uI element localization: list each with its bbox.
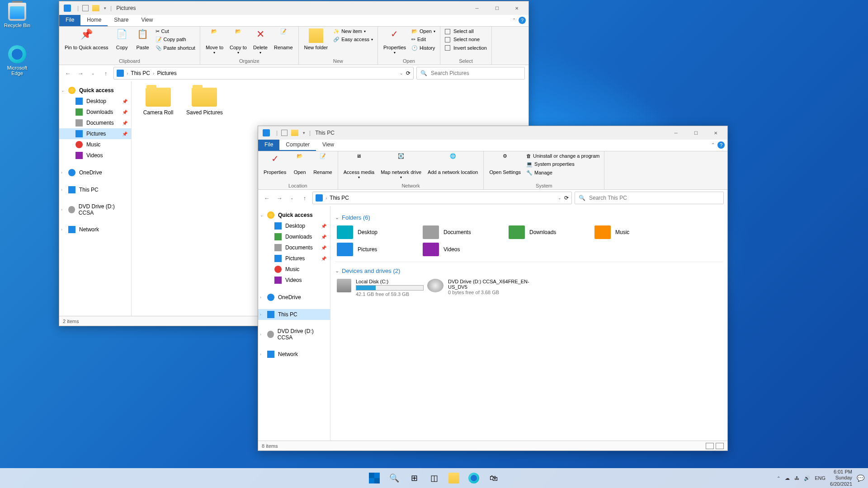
folder-videos[interactable]: Videos <box>421 241 507 258</box>
sidebar-item-onedrive[interactable]: ›OneDrive <box>59 167 131 178</box>
sidebar-item-this-pc[interactable]: ›This PC <box>258 309 330 320</box>
breadcrumb-root[interactable]: This PC <box>330 195 349 201</box>
copy-button[interactable]: 📄 Copy <box>112 28 132 52</box>
address-bar[interactable]: › This PC › Pictures ⌄ ⟳ <box>113 67 414 80</box>
edge-button[interactable] <box>465 469 482 487</box>
volume-tray-icon[interactable]: 🔊 <box>804 475 810 481</box>
rename-button[interactable]: 📝Rename <box>311 152 335 176</box>
folder-downloads[interactable]: Downloads <box>507 224 593 241</box>
properties-button[interactable]: ✓Properties <box>261 152 289 176</box>
search-input[interactable] <box>431 70 521 76</box>
store-button[interactable]: 🛍 <box>485 469 502 487</box>
move-to-button[interactable]: 📂Move to▾ <box>203 28 226 56</box>
sidebar-item-desktop[interactable]: Desktop📌 <box>258 221 330 231</box>
recent-dropdown[interactable]: ⌄ <box>88 68 98 78</box>
titlebar[interactable]: | ▼ | This PC ─ ☐ ✕ <box>258 126 727 140</box>
back-button[interactable]: ← <box>63 68 73 78</box>
sidebar-item-music[interactable]: Music <box>59 139 131 150</box>
file-explorer-button[interactable] <box>445 469 462 487</box>
sidebar-item-desktop[interactable]: Desktop📌 <box>59 96 131 107</box>
sidebar-item-videos[interactable]: Videos <box>59 150 131 161</box>
notifications-button[interactable]: 💬 <box>857 474 864 482</box>
access-media-button[interactable]: 🖥Access media▾ <box>341 152 377 181</box>
copy-to-button[interactable]: 📂Copy to▾ <box>227 28 250 56</box>
drive-local-c[interactable]: Local Disk (C:) 42.1 GB free of 59.3 GB <box>335 277 425 299</box>
uninstall-button[interactable]: 🗑Uninstall or change a program <box>524 152 601 160</box>
system-properties-button[interactable]: 💻System properties <box>524 160 601 168</box>
desktop-icon-recycle-bin[interactable]: Recycle Bin <box>3 3 32 28</box>
network-tray-icon[interactable]: 🖧 <box>794 475 799 481</box>
address-dropdown-icon[interactable]: ⌄ <box>558 196 561 200</box>
sidebar-item-dvd[interactable]: ›DVD Drive (D:) CCSA <box>59 202 131 218</box>
invert-selection-button[interactable]: Invert selection <box>443 44 489 52</box>
section-folders[interactable]: Folders (6) <box>335 214 723 221</box>
tab-file[interactable]: File <box>59 15 80 26</box>
n=sidebar-quick-access[interactable]: ⌄Quick access <box>59 85 131 96</box>
sidebar-item-documents[interactable]: Documents📌 <box>59 117 131 128</box>
ribbon-collapse-icon[interactable]: ⌃ <box>711 142 715 147</box>
rename-button[interactable]: 📝Rename <box>271 28 296 52</box>
section-drives[interactable]: Devices and drives (2) <box>335 267 723 274</box>
language-indicator[interactable]: ENG <box>815 475 826 481</box>
close-button[interactable]: ✕ <box>706 126 726 140</box>
paste-shortcut-button[interactable]: 📎Paste shortcut <box>154 44 197 52</box>
qat-save-icon[interactable] <box>281 130 288 136</box>
minimize-button[interactable]: ─ <box>666 126 686 140</box>
sidebar-item-dvd[interactable]: ›DVD Drive (D:) CCSA <box>258 326 330 343</box>
easy-access-button[interactable]: 🔗Easy access ▾ <box>331 36 375 43</box>
content-pane[interactable]: Folders (6) Desktop Documents Downloads … <box>330 206 727 441</box>
sidebar-item-pictures[interactable]: Pictures📌 <box>59 128 131 139</box>
forward-button[interactable]: → <box>274 193 284 203</box>
widgets-button[interactable]: ◫ <box>425 469 443 487</box>
task-view-button[interactable]: ⊞ <box>406 469 423 487</box>
qat-folder-icon[interactable] <box>92 5 99 11</box>
minimize-button[interactable]: ─ <box>467 1 487 15</box>
address-dropdown-icon[interactable]: ⌄ <box>400 71 403 75</box>
tab-file[interactable]: File <box>258 140 279 151</box>
close-button[interactable]: ✕ <box>507 1 527 15</box>
view-icons-button[interactable] <box>716 443 724 449</box>
tab-view[interactable]: View <box>135 15 159 26</box>
sidebar-item-downloads[interactable]: Downloads📌 <box>258 231 330 242</box>
onedrive-tray-icon[interactable]: ☁ <box>785 475 790 481</box>
folder-saved-pictures[interactable]: Saved Pictures <box>184 88 225 116</box>
manage-button[interactable]: 🔧Manage <box>524 169 601 177</box>
qat-folder-icon[interactable] <box>291 130 298 136</box>
sidebar-item-network[interactable]: ›Network <box>258 349 330 360</box>
folder-documents[interactable]: Documents <box>421 224 507 241</box>
sidebar-item-music[interactable]: Music <box>258 264 330 275</box>
open-button[interactable]: 📂Open <box>290 152 310 176</box>
copy-path-button[interactable]: 📝Copy path <box>154 36 197 43</box>
folder-camera-roll[interactable]: Camera Roll <box>138 88 179 116</box>
maximize-button[interactable]: ☐ <box>686 126 706 140</box>
drive-dvd-d[interactable]: DVD Drive (D:) CCSA_X64FRE_EN-US_DV5 0 b… <box>425 277 543 299</box>
new-folder-button[interactable]: New folder <box>302 28 331 52</box>
tray-expand-button[interactable]: ⌃ <box>777 476 780 481</box>
pin-to-quick-access-button[interactable]: 📌 Pin to Quick access <box>62 28 111 52</box>
breadcrumb-root[interactable]: This PC <box>131 70 150 76</box>
desktop-icon-edge[interactable]: Microsoft Edge <box>3 45 32 76</box>
titlebar[interactable]: | ▼ | Pictures ─ ☐ ✕ <box>59 1 528 15</box>
recent-dropdown[interactable]: ⌄ <box>287 193 297 203</box>
qat-save-icon[interactable] <box>82 5 89 11</box>
tab-computer[interactable]: Computer <box>279 140 316 151</box>
back-button[interactable]: ← <box>262 193 272 203</box>
address-bar[interactable]: › This PC ⌄ ⟳ <box>312 192 572 204</box>
refresh-button[interactable]: ⟳ <box>564 195 569 201</box>
start-button[interactable] <box>366 469 383 487</box>
cut-button[interactable]: ✂Cut <box>154 28 197 35</box>
search-input[interactable] <box>589 195 720 201</box>
search-box[interactable]: 🔍 <box>416 67 525 80</box>
refresh-button[interactable]: ⟳ <box>406 70 410 76</box>
select-none-button[interactable]: Select none <box>443 36 489 43</box>
sidebar-quick-access[interactable]: ⌄Quick access <box>258 210 330 221</box>
delete-button[interactable]: ✕Delete▾ <box>250 28 270 56</box>
help-icon[interactable]: ? <box>717 141 725 149</box>
folder-desktop[interactable]: Desktop <box>335 224 421 241</box>
up-button[interactable]: ↑ <box>101 68 111 78</box>
sidebar-item-onedrive[interactable]: ›OneDrive <box>258 292 330 303</box>
search-box[interactable]: 🔍 <box>575 192 724 204</box>
sidebar-item-this-pc[interactable]: ›This PC <box>59 184 131 195</box>
open-settings-button[interactable]: ⚙Open Settings <box>486 152 524 176</box>
breadcrumb-leaf[interactable]: Pictures <box>157 70 176 76</box>
